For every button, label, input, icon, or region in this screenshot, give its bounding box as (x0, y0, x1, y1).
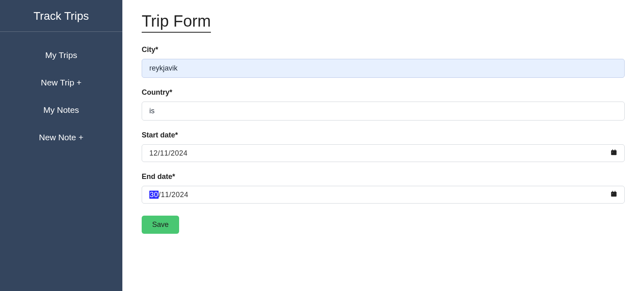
input-city[interactable] (142, 59, 625, 78)
sidebar-item-new-trip[interactable]: New Trip + (0, 69, 122, 96)
label-end-date: End date* (142, 173, 625, 181)
field-country: Country* (142, 88, 625, 121)
field-start-date: Start date* 12/11/2024 (142, 131, 625, 162)
label-city: City* (142, 46, 625, 54)
input-start-date[interactable]: 12/11/2024 (142, 144, 625, 162)
end-date-value: 30/11/2024 (149, 191, 188, 199)
end-date-day-selected: 30 (149, 191, 159, 199)
save-button[interactable]: Save (142, 216, 179, 234)
end-date-rest: /11/2024 (159, 191, 188, 199)
main-content: Trip Form City* Country* Start date* 12/… (122, 0, 644, 291)
field-city: City* (142, 46, 625, 78)
sidebar-nav: My Trips New Trip + My Notes New Note + (0, 32, 122, 151)
page-title: Trip Form (142, 12, 211, 33)
sidebar-item-new-note[interactable]: New Note + (0, 124, 122, 151)
input-end-date[interactable]: 30/11/2024 (142, 186, 625, 204)
input-country[interactable] (142, 102, 625, 121)
field-end-date: End date* 30/11/2024 (142, 173, 625, 204)
sidebar-item-my-trips[interactable]: My Trips (0, 42, 122, 69)
sidebar-item-my-notes[interactable]: My Notes (0, 96, 122, 124)
sidebar: Track Trips My Trips New Trip + My Notes… (0, 0, 122, 291)
label-country: Country* (142, 88, 625, 97)
label-start-date: Start date* (142, 131, 625, 139)
start-date-value: 12/11/2024 (149, 149, 188, 157)
app-brand[interactable]: Track Trips (0, 0, 122, 32)
